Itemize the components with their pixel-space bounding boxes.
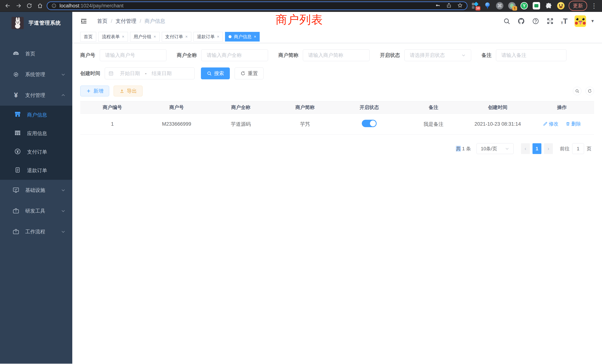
github-icon[interactable] <box>517 17 525 25</box>
edit-link[interactable]: 修改 <box>543 121 559 127</box>
briefcase-icon <box>12 228 20 235</box>
shop-icon <box>14 111 22 119</box>
tab-home[interactable]: 首页 <box>80 32 96 42</box>
col-remark: 备注 <box>401 101 466 114</box>
tampermonkey-extension-icon[interactable]: 10 <box>472 2 479 10</box>
search-icon[interactable] <box>503 17 510 25</box>
user-avatar[interactable] <box>575 15 586 27</box>
hide-search-button[interactable] <box>573 87 581 95</box>
breadcrumb-current: 商户信息 <box>145 18 165 25</box>
app-logo-row[interactable]: 芋道管理系统 <box>0 12 72 34</box>
fullscreen-icon[interactable] <box>546 17 554 25</box>
sidebar-collapse-icon[interactable] <box>80 17 88 25</box>
grid-table-icon <box>14 129 22 138</box>
merchant-no-label: 商户号 <box>80 52 95 59</box>
close-icon[interactable]: × <box>185 34 188 39</box>
tab-merchant-info[interactable]: 商户信息× <box>225 32 260 42</box>
merchant-table: 商户编号 商户号 商户全称 商户简称 开启状态 备注 创建时间 操作 1 M23… <box>80 101 594 135</box>
tab-pay-order[interactable]: 支付订单× <box>162 32 191 42</box>
cell-merchant-no: M233666999 <box>145 114 209 135</box>
tab-process-form[interactable]: 流程表单× <box>98 32 128 42</box>
sidebar-item-system[interactable]: 系统管理 <box>0 64 72 85</box>
page-content: 商户号 商户全称 商户简称 开启状态 请选择开启状态 <box>72 43 602 364</box>
address-bar[interactable]: localhost:1024/pay/merchant <box>47 1 467 10</box>
recorder-extension-icon[interactable]: 1 <box>508 2 516 10</box>
full-name-input[interactable] <box>201 49 268 61</box>
sidebar-item-app-info[interactable]: 应用信息 <box>0 124 72 143</box>
tab-user-group[interactable]: 用户分组× <box>130 32 160 42</box>
share-icon[interactable] <box>446 3 452 9</box>
sidebar-item-infrastructure[interactable]: 基础设施 <box>0 180 72 201</box>
chat-extension-icon[interactable] <box>533 2 540 10</box>
close-icon[interactable]: × <box>122 34 124 39</box>
cell-full-name: 芋道源码 <box>209 114 273 135</box>
next-page-button[interactable]: › <box>544 143 553 154</box>
bookmark-star-icon[interactable] <box>457 3 463 9</box>
table-row: 1 M233666999 芋道源码 芋艿 我是备注 2021-10-23 08:… <box>80 114 594 135</box>
extensions-puzzle-icon[interactable] <box>545 2 552 10</box>
browser-reload-icon[interactable] <box>25 2 33 10</box>
close-icon[interactable]: × <box>154 34 156 39</box>
font-size-icon[interactable]: тT <box>561 17 568 25</box>
prev-page-button[interactable]: ‹ <box>521 143 530 154</box>
sidebar-item-refund-order[interactable]: 退款订单 <box>0 161 72 180</box>
sidebar-item-dev-tools[interactable]: 研发工具 <box>0 201 72 221</box>
short-name-label: 商户简称 <box>278 52 298 59</box>
status-toggle[interactable] <box>362 120 377 127</box>
sidebar-item-merchant-info[interactable]: 商户信息 <box>0 106 72 124</box>
delete-link[interactable]: 删除 <box>566 121 581 127</box>
remark-input[interactable] <box>496 49 566 61</box>
close-icon[interactable]: × <box>254 34 256 39</box>
help-icon[interactable] <box>532 17 539 25</box>
active-dot <box>228 35 232 38</box>
table-header-row: 商户编号 商户号 商户全称 商户简称 开启状态 备注 创建时间 操作 <box>80 101 594 114</box>
create-time-range[interactable]: - <box>105 67 195 79</box>
gear-icon <box>12 71 20 78</box>
site-info-icon[interactable] <box>51 3 56 8</box>
document-icon <box>14 166 22 175</box>
browser-extensions: 10 ⌘ 1 Y <box>472 2 565 10</box>
refresh-button[interactable] <box>585 87 594 95</box>
end-date-input[interactable] <box>148 71 175 76</box>
page-size-select[interactable]: 10条/页 <box>476 143 514 154</box>
breadcrumb-section[interactable]: 支付管理 <box>116 18 136 25</box>
extension-badge: 1 <box>512 6 517 11</box>
goto-page-input[interactable] <box>572 143 584 154</box>
reset-button[interactable]: 重置 <box>235 67 264 79</box>
sidebar-item-pay-order[interactable]: 支付订单 <box>0 143 72 161</box>
yen-icon: ¥ <box>12 91 20 99</box>
command-extension-icon[interactable]: ⌘ <box>496 2 503 10</box>
tab-refund-order[interactable]: 退款订单× <box>194 32 223 42</box>
pin-extension-icon[interactable] <box>484 2 491 10</box>
close-icon[interactable]: × <box>217 34 219 39</box>
short-name-input[interactable] <box>303 49 370 61</box>
col-short-name: 商户简称 <box>273 101 337 114</box>
add-button[interactable]: 新增 <box>80 86 109 96</box>
sidebar-item-home[interactable]: 首页 <box>0 43 72 64</box>
search-button[interactable]: 搜索 <box>201 67 230 79</box>
col-create-time: 创建时间 <box>466 101 530 114</box>
browser-forward-icon[interactable] <box>14 2 23 10</box>
start-date-input[interactable] <box>116 71 144 76</box>
chevron-down-icon <box>61 72 66 77</box>
chevron-down-icon <box>61 229 66 234</box>
sidebar-item-workflow[interactable]: 工作流程 <box>0 221 72 242</box>
browser-update-button[interactable]: 更新 <box>569 1 587 11</box>
sidebar-item-payment[interactable]: ¥ 支付管理 <box>0 85 72 106</box>
browser-profile-avatar[interactable] <box>557 2 565 10</box>
status-select[interactable]: 请选择开启状态 <box>404 49 471 61</box>
user-menu-caret-icon[interactable]: ▼ <box>591 19 595 23</box>
status-label: 开启状态 <box>380 52 400 59</box>
export-button[interactable]: 导出 <box>114 86 142 96</box>
browser-home-icon[interactable] <box>36 2 44 10</box>
merchant-no-input[interactable] <box>100 49 166 61</box>
password-key-icon[interactable] <box>435 3 441 9</box>
cell-create-time: 2021-10-23 08:31:14 <box>466 114 530 135</box>
browser-back-icon[interactable] <box>4 2 12 10</box>
browser-menu-icon[interactable]: ⋮ <box>590 2 598 10</box>
breadcrumb-home[interactable]: 首页 <box>97 18 108 25</box>
page-1-button[interactable]: 1 <box>533 143 541 154</box>
y-extension-icon[interactable]: Y <box>520 2 528 10</box>
extension-badge: 10 <box>475 6 480 11</box>
app-logo <box>11 17 24 29</box>
